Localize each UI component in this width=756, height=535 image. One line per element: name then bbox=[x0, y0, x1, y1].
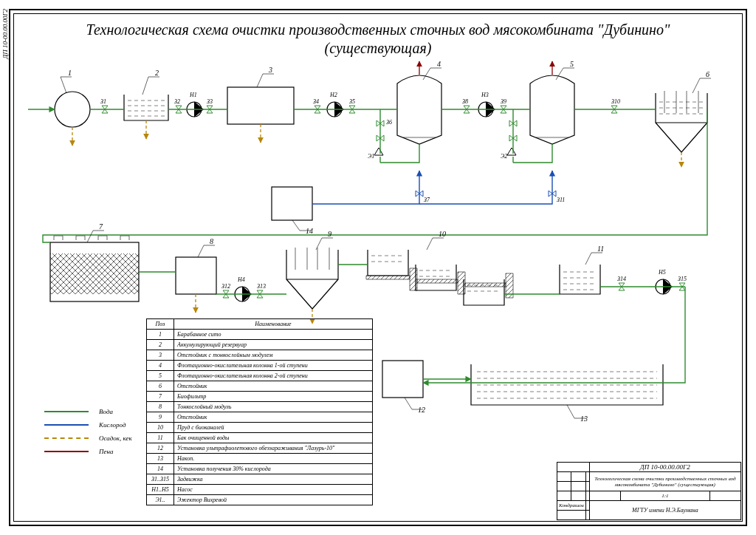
svg-text:Н4: Н4 bbox=[237, 276, 245, 283]
valves bbox=[102, 106, 685, 298]
svg-text:З10: З10 bbox=[611, 98, 620, 105]
svg-text:З11: З11 bbox=[557, 197, 565, 203]
eq-settler-6 bbox=[656, 91, 707, 152]
svg-text:З13: З13 bbox=[257, 283, 266, 290]
drawing-sheet: ДП 10-00.00.00Г2 Технологическая схема о… bbox=[0, 0, 756, 535]
svg-text:Н3: Н3 bbox=[481, 92, 489, 98]
eq-bio-pond bbox=[366, 250, 513, 305]
svg-text:Н2: Н2 bbox=[329, 92, 337, 98]
svg-text:8: 8 bbox=[210, 237, 213, 245]
svg-text:4: 4 bbox=[437, 60, 441, 68]
legend: Вода Кислород Осадок, кек Пена bbox=[44, 402, 132, 461]
svg-text:14: 14 bbox=[306, 227, 313, 235]
svg-text:З12: З12 bbox=[221, 283, 230, 290]
oxy-to-col4 bbox=[312, 171, 419, 204]
svg-text:З1: З1 bbox=[100, 98, 106, 105]
ejectors bbox=[374, 148, 516, 155]
svg-text:З4: З4 bbox=[313, 98, 319, 105]
svg-text:11: 11 bbox=[597, 245, 604, 253]
eq-uv-disinfect bbox=[382, 361, 423, 398]
svg-text:З15: З15 bbox=[678, 276, 687, 282]
svg-text:Н5: Н5 bbox=[658, 269, 666, 276]
svg-text:Э2: Э2 bbox=[501, 153, 507, 160]
eq-drum-screen bbox=[55, 92, 90, 127]
svg-text:12: 12 bbox=[418, 406, 425, 414]
title-block: ДП 10-00.00.00Г2 Технологическая схема о… bbox=[557, 462, 741, 520]
eq-clean-water-tank bbox=[560, 265, 600, 294]
svg-text:13: 13 bbox=[580, 415, 588, 423]
svg-text:З5: З5 bbox=[349, 98, 355, 105]
oxy-to-col5 bbox=[419, 171, 552, 204]
to-uv bbox=[423, 287, 685, 383]
svg-text:6: 6 bbox=[706, 70, 709, 78]
svg-text:З6: З6 bbox=[386, 119, 392, 126]
svg-text:7: 7 bbox=[99, 222, 103, 231]
water-row2 bbox=[43, 109, 707, 294]
eq-biofilter bbox=[50, 236, 139, 301]
svg-text:З2: З2 bbox=[174, 98, 180, 105]
svg-rect-1 bbox=[50, 253, 139, 294]
svg-text:Н1: Н1 bbox=[189, 92, 197, 98]
svg-text:З3: З3 bbox=[207, 98, 213, 105]
eq-flotation-col-1 bbox=[397, 75, 441, 144]
svg-text:З7: З7 bbox=[424, 197, 430, 203]
eq-accum-tank bbox=[124, 95, 168, 120]
svg-text:Э1: Э1 bbox=[368, 153, 374, 160]
svg-text:9: 9 bbox=[328, 230, 331, 238]
eq-settler-9 bbox=[286, 248, 338, 309]
svg-text:10: 10 bbox=[439, 230, 446, 238]
svg-text:1: 1 bbox=[68, 69, 72, 77]
svg-text:3: 3 bbox=[268, 66, 272, 74]
recirc bbox=[380, 109, 552, 163]
svg-text:З14: З14 bbox=[617, 276, 626, 282]
eq-storage bbox=[471, 364, 663, 405]
svg-text:З8: З8 bbox=[462, 98, 468, 105]
eq-thin-layer-settler bbox=[227, 87, 294, 124]
svg-text:З9: З9 bbox=[501, 98, 506, 105]
eq-oxygen-plant bbox=[272, 187, 312, 220]
bom-table: ПозНаименование 1Барабанное сито2Аккумул… bbox=[146, 318, 373, 505]
svg-text:2: 2 bbox=[155, 69, 159, 77]
eq-thin-module bbox=[176, 257, 216, 294]
svg-text:5: 5 bbox=[570, 60, 574, 68]
eq-flotation-col-2 bbox=[530, 75, 574, 144]
